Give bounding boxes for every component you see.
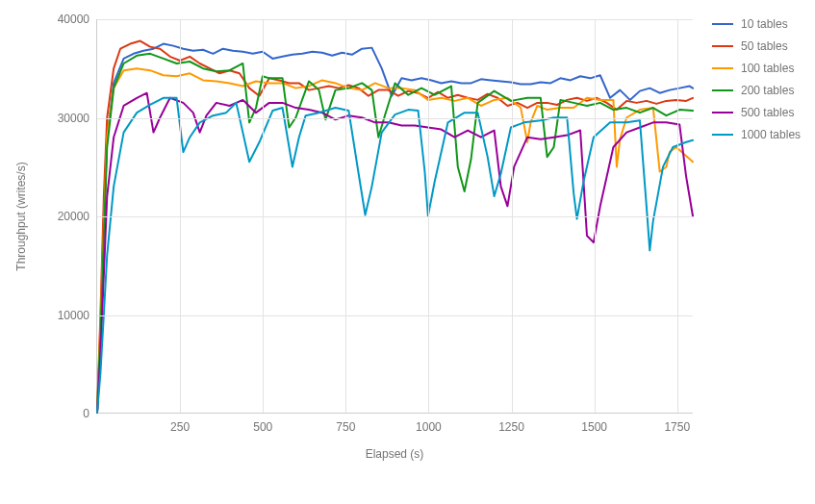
grid-line xyxy=(97,315,693,316)
x-tick-label: 750 xyxy=(336,420,355,434)
x-tick-label: 1250 xyxy=(498,420,524,434)
x-tick-label: 1500 xyxy=(581,420,607,434)
y-tick-label: 40000 xyxy=(58,13,89,26)
legend-item[interactable]: 200 tables xyxy=(712,84,801,97)
grid-line xyxy=(595,19,596,413)
grid-line xyxy=(677,19,678,413)
grid-line xyxy=(180,19,181,413)
grid-line xyxy=(97,118,693,119)
plot-area: 0100002000030000400002505007501000125015… xyxy=(96,19,693,414)
legend-swatch xyxy=(712,112,733,113)
legend-label: 500 tables xyxy=(741,106,794,119)
y-tick-label: 20000 xyxy=(58,210,89,223)
grid-line xyxy=(263,19,264,413)
grid-line xyxy=(97,19,693,20)
x-axis-title: Elapsed (s) xyxy=(366,447,424,461)
grid-line xyxy=(512,19,513,413)
legend-item[interactable]: 100 tables xyxy=(712,62,801,75)
series-line xyxy=(97,98,693,413)
y-axis-title: Throughput (writes/s) xyxy=(14,162,28,270)
legend-item[interactable]: 10 tables xyxy=(712,17,801,31)
x-tick-label: 1000 xyxy=(416,420,442,434)
legend-swatch xyxy=(712,45,733,47)
series-line xyxy=(97,68,693,413)
y-tick-label: 0 xyxy=(83,407,89,420)
x-tick-label: 500 xyxy=(253,420,272,434)
legend-swatch xyxy=(712,23,733,25)
legend-item[interactable]: 500 tables xyxy=(712,106,801,119)
series-line xyxy=(97,41,693,413)
grid-line xyxy=(97,216,693,217)
legend-item[interactable]: 50 tables xyxy=(712,39,801,53)
legend-label: 100 tables xyxy=(741,62,794,75)
x-tick-label: 250 xyxy=(170,420,190,434)
grid-line xyxy=(428,19,429,413)
legend-swatch xyxy=(712,134,733,136)
series-line xyxy=(97,54,693,413)
series-line xyxy=(97,93,693,413)
legend-swatch xyxy=(712,67,733,69)
x-tick-label: 1750 xyxy=(664,420,690,434)
legend: 10 tables50 tables100 tables200 tables50… xyxy=(712,17,801,150)
legend-label: 200 tables xyxy=(741,84,794,97)
y-tick-label: 30000 xyxy=(58,112,89,125)
legend-item[interactable]: 1000 tables xyxy=(712,128,801,141)
y-tick-label: 10000 xyxy=(58,309,89,322)
legend-swatch xyxy=(712,89,733,91)
legend-label: 10 tables xyxy=(741,17,788,31)
grid-line xyxy=(345,19,346,413)
legend-label: 50 tables xyxy=(741,39,788,53)
legend-label: 1000 tables xyxy=(741,128,801,141)
throughput-chart: Throughput (writes/s) Elapsed (s) 010000… xyxy=(0,0,815,504)
